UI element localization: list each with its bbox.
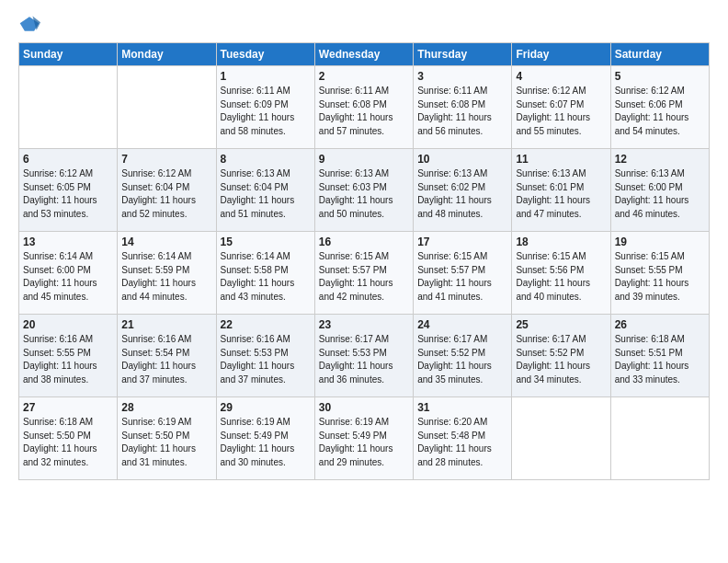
day-number: 29: [221, 401, 311, 414]
day-number: 26: [615, 318, 705, 331]
logo: [18, 15, 44, 33]
day-info: Sunrise: 6:14 AMSunset: 5:58 PMDaylight:…: [221, 250, 311, 304]
day-info: Sunrise: 6:20 AMSunset: 5:48 PMDaylight:…: [417, 416, 507, 469]
day-number: 7: [121, 153, 211, 166]
day-number: 25: [516, 318, 606, 331]
day-number: 1: [221, 70, 311, 83]
day-number: 14: [121, 236, 211, 248]
day-info: Sunrise: 6:11 AMSunset: 6:08 PMDaylight:…: [417, 85, 507, 138]
day-info: Sunrise: 6:12 AMSunset: 6:06 PMDaylight:…: [615, 85, 705, 138]
day-number: 20: [23, 318, 113, 331]
weekday-header-friday: Friday: [512, 43, 610, 66]
day-cell: 26Sunrise: 6:18 AMSunset: 5:51 PMDayligh…: [610, 315, 709, 397]
day-number: 11: [516, 153, 606, 166]
day-cell: 9Sunrise: 6:13 AMSunset: 6:03 PMDaylight…: [314, 149, 413, 232]
weekday-header-sunday: Sunday: [19, 43, 118, 66]
day-info: Sunrise: 6:14 AMSunset: 6:00 PMDaylight:…: [23, 250, 113, 304]
weekday-header-saturday: Saturday: [610, 43, 709, 66]
day-number: 13: [23, 236, 113, 248]
day-info: Sunrise: 6:19 AMSunset: 5:49 PMDaylight:…: [319, 416, 409, 469]
day-number: 3: [417, 70, 507, 83]
day-info: Sunrise: 6:15 AMSunset: 5:57 PMDaylight:…: [319, 250, 409, 304]
day-number: 16: [319, 236, 409, 248]
day-info: Sunrise: 6:12 AMSunset: 6:07 PMDaylight:…: [516, 85, 606, 138]
day-cell: 30Sunrise: 6:19 AMSunset: 5:49 PMDayligh…: [314, 397, 413, 480]
day-cell: 10Sunrise: 6:13 AMSunset: 6:02 PMDayligh…: [414, 149, 512, 232]
day-cell: 19Sunrise: 6:15 AMSunset: 5:55 PMDayligh…: [610, 232, 709, 315]
day-cell: 28Sunrise: 6:19 AMSunset: 5:50 PMDayligh…: [118, 397, 216, 480]
day-info: Sunrise: 6:13 AMSunset: 6:02 PMDaylight:…: [417, 167, 507, 221]
day-cell: [512, 397, 610, 480]
day-info: Sunrise: 6:13 AMSunset: 6:03 PMDaylight:…: [319, 167, 409, 221]
day-number: 17: [417, 236, 507, 248]
day-info: Sunrise: 6:18 AMSunset: 5:50 PMDaylight:…: [23, 416, 113, 469]
day-info: Sunrise: 6:17 AMSunset: 5:52 PMDaylight:…: [417, 333, 507, 386]
day-number: 31: [417, 401, 507, 414]
day-info: Sunrise: 6:11 AMSunset: 6:09 PMDaylight:…: [221, 85, 311, 138]
day-info: Sunrise: 6:15 AMSunset: 5:56 PMDaylight:…: [516, 250, 606, 304]
day-cell: 21Sunrise: 6:16 AMSunset: 5:54 PMDayligh…: [118, 315, 216, 397]
page: SundayMondayTuesdayWednesdayThursdayFrid…: [0, 0, 728, 563]
day-number: 6: [23, 153, 113, 166]
day-cell: 4Sunrise: 6:12 AMSunset: 6:07 PMDaylight…: [512, 66, 610, 149]
day-cell: 12Sunrise: 6:13 AMSunset: 6:00 PMDayligh…: [610, 149, 709, 232]
week-row-1: 1Sunrise: 6:11 AMSunset: 6:09 PMDaylight…: [19, 66, 710, 149]
day-number: 9: [319, 153, 409, 166]
day-number: 19: [615, 236, 705, 248]
day-number: 2: [319, 70, 409, 83]
day-cell: [610, 397, 709, 480]
day-info: Sunrise: 6:16 AMSunset: 5:54 PMDaylight:…: [121, 333, 211, 386]
day-info: Sunrise: 6:19 AMSunset: 5:49 PMDaylight:…: [221, 416, 311, 469]
day-info: Sunrise: 6:15 AMSunset: 5:55 PMDaylight:…: [615, 250, 705, 304]
day-cell: 5Sunrise: 6:12 AMSunset: 6:06 PMDaylight…: [610, 66, 709, 149]
day-number: 5: [615, 70, 705, 83]
day-cell: 11Sunrise: 6:13 AMSunset: 6:01 PMDayligh…: [512, 149, 610, 232]
day-cell: 22Sunrise: 6:16 AMSunset: 5:53 PMDayligh…: [216, 315, 314, 397]
weekday-header-thursday: Thursday: [414, 43, 512, 66]
week-row-2: 6Sunrise: 6:12 AMSunset: 6:05 PMDaylight…: [19, 149, 710, 232]
logo-icon: [18, 15, 40, 33]
weekday-header-row: SundayMondayTuesdayWednesdayThursdayFrid…: [19, 43, 710, 66]
day-cell: 6Sunrise: 6:12 AMSunset: 6:05 PMDaylight…: [19, 149, 118, 232]
weekday-header-tuesday: Tuesday: [216, 43, 314, 66]
day-info: Sunrise: 6:13 AMSunset: 6:04 PMDaylight:…: [221, 167, 311, 221]
day-number: 23: [319, 318, 409, 331]
day-cell: 27Sunrise: 6:18 AMSunset: 5:50 PMDayligh…: [19, 397, 118, 480]
week-row-4: 20Sunrise: 6:16 AMSunset: 5:55 PMDayligh…: [19, 315, 710, 397]
day-number: 18: [516, 236, 606, 248]
day-number: 4: [516, 70, 606, 83]
day-number: 12: [615, 153, 705, 166]
week-row-5: 27Sunrise: 6:18 AMSunset: 5:50 PMDayligh…: [19, 397, 710, 480]
day-number: 21: [121, 318, 211, 331]
day-cell: 31Sunrise: 6:20 AMSunset: 5:48 PMDayligh…: [414, 397, 512, 480]
day-info: Sunrise: 6:12 AMSunset: 6:04 PMDaylight:…: [121, 167, 211, 221]
day-cell: [19, 66, 118, 149]
day-cell: 23Sunrise: 6:17 AMSunset: 5:53 PMDayligh…: [314, 315, 413, 397]
day-info: Sunrise: 6:15 AMSunset: 5:57 PMDaylight:…: [417, 250, 507, 304]
day-number: 15: [221, 236, 311, 248]
week-row-3: 13Sunrise: 6:14 AMSunset: 6:00 PMDayligh…: [19, 232, 710, 315]
day-info: Sunrise: 6:11 AMSunset: 6:08 PMDaylight:…: [319, 85, 409, 138]
day-number: 28: [121, 401, 211, 414]
day-cell: 18Sunrise: 6:15 AMSunset: 5:56 PMDayligh…: [512, 232, 610, 315]
day-number: 10: [417, 153, 507, 166]
day-cell: 29Sunrise: 6:19 AMSunset: 5:49 PMDayligh…: [216, 397, 314, 480]
day-info: Sunrise: 6:16 AMSunset: 5:55 PMDaylight:…: [23, 333, 113, 386]
day-cell: 2Sunrise: 6:11 AMSunset: 6:08 PMDaylight…: [314, 66, 413, 149]
day-number: 30: [319, 401, 409, 414]
day-cell: [118, 66, 216, 149]
day-number: 8: [221, 153, 311, 166]
day-info: Sunrise: 6:18 AMSunset: 5:51 PMDaylight:…: [615, 333, 705, 386]
day-cell: 20Sunrise: 6:16 AMSunset: 5:55 PMDayligh…: [19, 315, 118, 397]
day-cell: 15Sunrise: 6:14 AMSunset: 5:58 PMDayligh…: [216, 232, 314, 315]
calendar-table: SundayMondayTuesdayWednesdayThursdayFrid…: [18, 42, 710, 480]
day-cell: 17Sunrise: 6:15 AMSunset: 5:57 PMDayligh…: [414, 232, 512, 315]
day-info: Sunrise: 6:19 AMSunset: 5:50 PMDaylight:…: [121, 416, 211, 469]
day-cell: 13Sunrise: 6:14 AMSunset: 6:00 PMDayligh…: [19, 232, 118, 315]
day-cell: 25Sunrise: 6:17 AMSunset: 5:52 PMDayligh…: [512, 315, 610, 397]
day-cell: 1Sunrise: 6:11 AMSunset: 6:09 PMDaylight…: [216, 66, 314, 149]
weekday-header-wednesday: Wednesday: [314, 43, 413, 66]
day-cell: 7Sunrise: 6:12 AMSunset: 6:04 PMDaylight…: [118, 149, 216, 232]
weekday-header-monday: Monday: [118, 43, 216, 66]
day-number: 22: [221, 318, 311, 331]
